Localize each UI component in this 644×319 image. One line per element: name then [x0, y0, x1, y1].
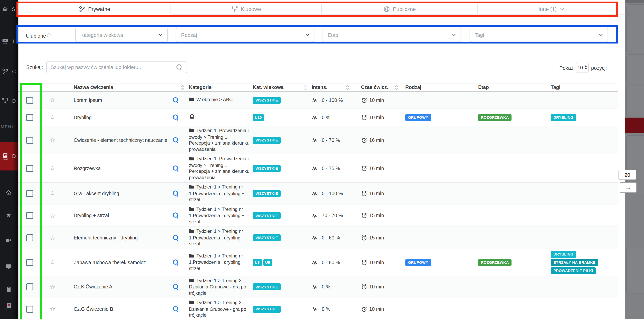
age-badge: WSZYSTKIE [253, 165, 281, 172]
sort-icon[interactable] [395, 84, 398, 90]
exercise-name: Gra - akcent drybling [64, 191, 172, 196]
favorite-star-icon[interactable]: ☆ [50, 234, 56, 242]
tab-label: Inne (1) [538, 6, 556, 12]
page-size-label-after: pozycji [591, 65, 607, 71]
tab-publiczne[interactable]: Publiczne [322, 4, 478, 14]
column-label: Nazwa ćwiczenia [74, 85, 113, 90]
row-checkbox[interactable] [26, 212, 33, 219]
column-header-czas-wicz[interactable]: Czas ćwicz. [361, 84, 405, 90]
favorite-star-icon[interactable]: ☆ [50, 164, 56, 172]
column-header-kat-wiekowa[interactable]: Kat. wiekowa [253, 84, 312, 90]
table-row[interactable]: ☆RozgrzewkaTydzien 1. Prowadzenia i zwod… [18, 154, 618, 182]
tab-prywatne[interactable]: Prywatne [18, 4, 170, 14]
table-row[interactable]: ☆Cz.K Ćwiczenie ATydzien 1 > Trening 2. … [18, 276, 618, 298]
row-checkbox[interactable] [26, 136, 33, 144]
preview-search-icon[interactable] [172, 136, 189, 144]
row-checkbox[interactable] [26, 259, 33, 266]
table-header: Nazwa ćwiczeniaKategorieKat. wiekowaInte… [18, 83, 618, 92]
clipboard-icon [6, 286, 12, 292]
tab-label: Prywatne [88, 6, 110, 12]
search-input[interactable]: Szukaj wg nazwy ćwiczenia lub folderu.. [46, 61, 187, 73]
sidebar-item-active[interactable]: D [0, 142, 18, 170]
right-arrow-icon: → [625, 184, 631, 191]
tags-dropdown[interactable]: Tagi [470, 28, 608, 42]
favorite-star-icon[interactable]: ☆ [50, 96, 56, 104]
background-red-band [625, 118, 644, 133]
pulse-icon [312, 284, 320, 290]
table-row[interactable]: ☆Zabawa ruchowa "berek samolot"Tydzien 1… [18, 249, 618, 276]
intensity-cell: 0 - 100 % [312, 98, 361, 103]
favorite-star-icon[interactable]: ☆ [50, 212, 56, 220]
tab-inne-1[interactable]: Inne (1) [478, 4, 625, 14]
table-row[interactable]: ☆Drybling + strzałTydzien 1 > Trening nr… [18, 205, 618, 227]
favorite-star-icon[interactable]: ☆ [50, 283, 56, 291]
table-row[interactable]: ☆Element techniczny - dryblingTydzien 1 … [18, 227, 618, 249]
age-category-cell: WSZYSTKIE [253, 136, 312, 144]
preview-search-icon[interactable] [172, 259, 189, 266]
preview-search-icon[interactable] [172, 190, 189, 197]
duration-cell: 10 min [361, 259, 405, 266]
table-row[interactable]: ☆Gra - akcent dryblingTydzien 1 > Trenin… [18, 182, 618, 205]
intensity-cell: 0 - 80 % [312, 260, 361, 265]
tactics-icon [79, 6, 86, 12]
background-card [626, 247, 644, 294]
stage-badge: ROZGRZEWKA [478, 259, 512, 266]
tab-klubowe[interactable]: Klubowe [170, 4, 322, 14]
type-dropdown[interactable]: Rodzaj [176, 28, 314, 42]
favorite-star-icon[interactable]: ☆ [50, 259, 56, 266]
sort-icon[interactable] [181, 84, 184, 90]
tags-cell: DRYBLING [551, 114, 618, 121]
alarm-clock-icon [361, 165, 367, 172]
favorite-star-icon[interactable]: ☆ [50, 190, 56, 197]
alarm-clock-icon [361, 190, 367, 197]
background-card [626, 54, 644, 84]
preview-search-icon[interactable] [172, 212, 189, 219]
preview-search-icon[interactable] [172, 114, 189, 121]
row-checkbox[interactable] [26, 190, 33, 197]
favorite-star-icon[interactable]: ☆ [50, 136, 56, 144]
favorite-star-icon[interactable]: ☆ [50, 306, 56, 313]
tag-badge: PROWADZENIE PIŁKI [551, 267, 596, 274]
row-checkbox[interactable] [26, 96, 33, 104]
row-checkbox[interactable] [26, 284, 33, 290]
preview-search-icon[interactable] [172, 284, 189, 290]
page-size-label-before: Pokaż [559, 65, 574, 71]
column-header-nazwa-wiczenia[interactable]: Nazwa ćwiczenia [64, 84, 189, 90]
stage-dropdown[interactable]: Etap [322, 28, 461, 42]
table-row[interactable]: ☆Ćwiczenie - element technicznyt nauczan… [18, 126, 618, 154]
chevron-down-icon [452, 34, 456, 36]
preview-search-icon[interactable] [172, 234, 189, 242]
preview-search-icon[interactable] [172, 306, 189, 313]
row-checkbox[interactable] [26, 114, 33, 121]
favorite-star-icon[interactable]: ☆ [50, 114, 56, 121]
exercise-name: Rozgrzewka [64, 166, 172, 171]
preview-search-icon[interactable] [172, 165, 189, 172]
tag-badge: DRYBLING [551, 250, 576, 258]
next-arrow-button[interactable]: → [620, 182, 636, 193]
background-card [626, 15, 644, 53]
intensity-cell: 0 - 100 % [312, 191, 361, 196]
age-badge: WSZYSTKIE [253, 96, 281, 104]
category-cell: Tydzien 1 > Trening nr 1.Prowadzenia , d… [189, 184, 253, 203]
row-checkbox[interactable] [26, 165, 33, 172]
favorites-star-icon[interactable]: ☆ [46, 30, 52, 39]
exercise-name: Drybling + strzał [64, 213, 172, 218]
row-checkbox[interactable] [26, 234, 33, 242]
row-checkbox[interactable] [26, 306, 33, 313]
age-badge: WSZYSTKIE [253, 212, 281, 219]
age-category-dropdown[interactable]: Kategoria wiekowa [75, 28, 168, 42]
column-header-tagi: Tagi [551, 85, 618, 90]
page-size-select[interactable]: 10 [576, 63, 589, 73]
table-row[interactable]: ☆Lorem ipsumW obronie > ABCWSZYSTKIE0 - … [18, 92, 618, 109]
book-icon [6, 302, 12, 309]
folder-icon [189, 300, 194, 306]
table-row[interactable]: ☆Cz.G Ćwiczenie BTydzien 1 > Trening 2. … [18, 298, 618, 319]
intensity-cell: 0 % [312, 284, 361, 290]
preview-search-icon[interactable] [172, 96, 189, 104]
table-row[interactable]: ☆DryblingU100 %10 minGRUPOWYROZGRZEWKADR… [18, 109, 618, 126]
sort-icon[interactable] [304, 84, 307, 90]
sort-icon[interactable] [346, 84, 349, 90]
column-label: Tagi [551, 85, 560, 90]
sidebar: MENU STĆDD [0, 0, 18, 319]
column-header-intens[interactable]: Intens. [312, 84, 361, 90]
